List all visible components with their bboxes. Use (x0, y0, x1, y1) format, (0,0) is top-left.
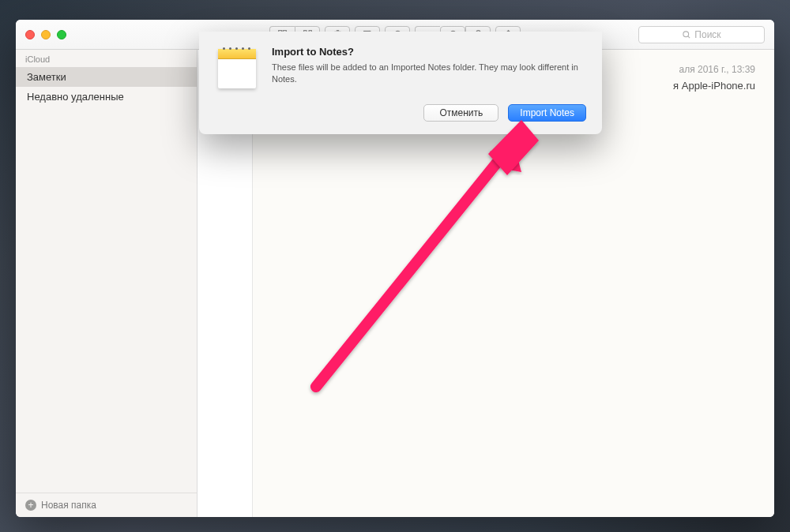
sidebar-item-notes[interactable]: Заметки (16, 67, 197, 87)
notes-app-icon (215, 46, 259, 90)
dialog-title: Import to Notes? (272, 46, 586, 58)
search-input[interactable]: Поиск (638, 26, 765, 43)
plus-icon: + (25, 500, 36, 511)
sidebar: iCloud Заметки Недавно удаленные + Новая… (16, 50, 198, 517)
import-dialog: Import to Notes? These files will be add… (199, 32, 602, 134)
sidebar-section-header: iCloud (16, 50, 197, 67)
new-folder-button[interactable]: + Новая папка (16, 493, 197, 517)
close-icon[interactable] (25, 30, 35, 39)
import-notes-button[interactable]: Import Notes (508, 104, 586, 122)
svg-point-11 (683, 31, 689, 36)
cancel-button[interactable]: Отменить (423, 104, 498, 122)
search-placeholder: Поиск (694, 29, 720, 40)
minimize-icon[interactable] (41, 30, 51, 39)
search-icon (682, 30, 691, 39)
new-folder-label: Новая папка (41, 500, 96, 511)
sidebar-item-recently-deleted[interactable]: Недавно удаленные (16, 87, 197, 107)
traffic-lights (25, 30, 66, 39)
dialog-message: These files will be added to an Imported… (272, 62, 586, 86)
zoom-icon[interactable] (57, 30, 66, 39)
